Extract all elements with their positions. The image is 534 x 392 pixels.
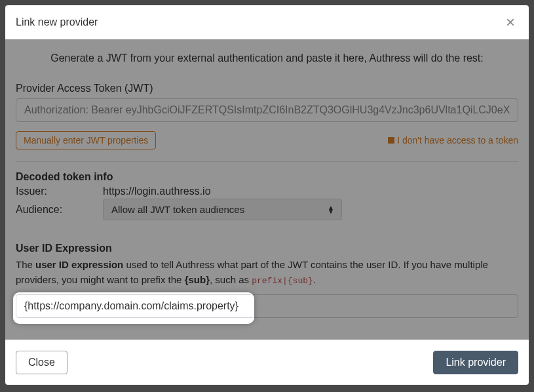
modal-footer: Close Link provider <box>5 340 529 385</box>
user-id-section: User ID Expression The user ID expressio… <box>16 243 518 318</box>
expression-input-wrapper <box>16 294 518 318</box>
no-token-link-text: I don't have access to a token <box>397 135 518 146</box>
jwt-input[interactable] <box>16 98 518 122</box>
decoded-title: Decoded token info <box>16 171 518 183</box>
issuer-value: https://login.authress.io <box>103 186 211 197</box>
modal-header: Link new provider × <box>5 5 529 39</box>
link-provider-modal: Link new provider × Generate a JWT from … <box>5 5 529 385</box>
desc-code: prefix|{sub} <box>252 276 313 286</box>
close-icon[interactable]: × <box>503 14 518 30</box>
user-id-title: User ID Expression <box>16 243 518 254</box>
audience-select-wrapper: Allow all JWT token audiences ▲▼ <box>103 199 342 220</box>
no-token-link[interactable]: I don't have access to a token <box>388 135 518 146</box>
desc-text: . <box>313 274 316 285</box>
audience-row: Audience: Allow all JWT token audiences … <box>16 199 518 220</box>
desc-sub: {sub} <box>185 274 210 285</box>
close-button[interactable]: Close <box>16 351 67 374</box>
jwt-actions-row: Manually enter JWT properties I don't ha… <box>16 131 518 149</box>
desc-text: The <box>16 259 35 270</box>
issuer-row: Issuer: https://login.authress.io <box>16 186 518 197</box>
intro-text: Generate a JWT from your external authen… <box>16 52 518 64</box>
issuer-label: Issuer: <box>16 186 103 197</box>
divider <box>16 161 518 162</box>
desc-bold: user ID expression <box>35 259 123 270</box>
user-id-description: The user ID expression used to tell Auth… <box>16 257 518 288</box>
link-provider-button[interactable]: Link provider <box>433 351 518 374</box>
desc-text: , such as <box>210 274 252 285</box>
user-id-expression-input[interactable] <box>16 294 518 318</box>
jwt-label: Provider Access Token (JWT) <box>16 83 518 94</box>
token-icon <box>388 137 394 144</box>
modal-body: Generate a JWT from your external authen… <box>5 39 529 340</box>
audience-label: Audience: <box>16 204 103 216</box>
audience-select[interactable]: Allow all JWT token audiences <box>103 199 342 220</box>
modal-title: Link new provider <box>16 16 98 28</box>
manual-jwt-button[interactable]: Manually enter JWT properties <box>16 131 156 149</box>
